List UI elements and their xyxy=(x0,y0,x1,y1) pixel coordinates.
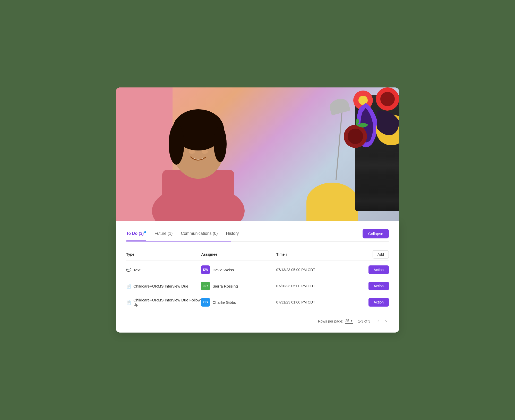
content-panel: To Do (3) Future (1) Communications (0) … xyxy=(116,221,399,333)
time-cell-2: 07/20/23 05:00 PM CDT xyxy=(276,284,351,288)
table-header: Type Assignee Time ↑ Add xyxy=(126,248,389,261)
svg-point-7 xyxy=(189,150,195,154)
table-row: 📄 ChildcareFORMS Interview Due Follow Up… xyxy=(126,294,389,310)
svg-point-6 xyxy=(214,126,227,162)
rows-dropdown-icon: ▼ xyxy=(350,319,353,322)
tab-communications[interactable]: Communications (0) xyxy=(181,229,218,238)
assignee-name-3: Charlie Gibbs xyxy=(212,300,236,305)
tab-future[interactable]: Future (1) xyxy=(154,229,173,238)
person-image xyxy=(136,87,265,221)
tab-todo[interactable]: To Do (3) xyxy=(126,229,146,238)
rows-per-page-label: Rows per page: xyxy=(318,319,343,323)
page-navigation: ‹ › xyxy=(375,317,389,325)
action-button-2[interactable]: Action xyxy=(368,282,389,290)
avatar-dw: DW xyxy=(201,265,210,274)
action-button-3[interactable]: Action xyxy=(368,298,389,307)
prev-page-button[interactable]: ‹ xyxy=(375,317,381,325)
table-row: 💬 Text DW David Weiss 07/13/23 05:00 PM … xyxy=(126,262,389,278)
avatar-sr: SR xyxy=(201,282,210,290)
rows-per-page: Rows per page: 25 ▼ xyxy=(318,319,353,324)
rows-per-page-select[interactable]: 25 ▼ xyxy=(345,319,353,324)
todo-badge xyxy=(144,231,146,233)
avatar-cg: CG xyxy=(201,298,210,307)
type-text-1: Text xyxy=(133,268,141,272)
tabs-list: To Do (3) Future (1) Communications (0) … xyxy=(126,229,239,238)
add-button[interactable]: Add xyxy=(373,250,389,258)
doc-icon-2: 📄 xyxy=(126,284,131,289)
doc-icon-3: 📄 xyxy=(126,300,131,305)
data-table: Type Assignee Time ↑ Add 💬 Text DW David… xyxy=(126,248,389,310)
pagination: Rows per page: 25 ▼ 1-3 of 3 ‹ › xyxy=(126,315,389,325)
yellow-bg xyxy=(306,183,358,221)
svg-point-14 xyxy=(380,92,395,106)
type-text-3: ChildcareFORMS Interview Due Follow Up xyxy=(133,298,201,307)
decorative-blobs xyxy=(332,87,399,165)
table-row: 📄 ChildcareFORMS Interview Due SR Sierra… xyxy=(126,278,389,294)
main-container: To Do (3) Future (1) Communications (0) … xyxy=(116,87,399,333)
hero-section xyxy=(116,87,399,221)
action-button-1[interactable]: Action xyxy=(368,265,389,274)
next-page-button[interactable]: › xyxy=(383,317,389,325)
svg-point-5 xyxy=(169,123,184,165)
header-type: Type xyxy=(126,250,201,258)
type-text-2: ChildcareFORMS Interview Due xyxy=(133,284,188,288)
assignee-cell-1: DW David Weiss xyxy=(201,265,276,274)
time-cell-3: 07/31/23 01:00 PM CDT xyxy=(276,300,351,304)
collapse-button[interactable]: Collapse xyxy=(363,229,389,238)
assignee-name-2: Sierra Rossing xyxy=(212,284,238,288)
type-cell-2: 📄 ChildcareFORMS Interview Due xyxy=(126,284,201,289)
assignee-name-1: David Weiss xyxy=(212,268,234,272)
tab-history[interactable]: History xyxy=(226,229,239,238)
page-info: 1-3 of 3 xyxy=(358,319,370,323)
tabs-container: To Do (3) Future (1) Communications (0) … xyxy=(126,229,389,238)
assignee-cell-3: CG Charlie Gibbs xyxy=(201,298,276,307)
rows-per-page-value: 25 xyxy=(345,319,349,323)
svg-point-8 xyxy=(202,150,208,154)
header-time: Time ↑ xyxy=(276,250,351,258)
tab-underline xyxy=(126,242,389,242)
assignee-cell-2: SR Sierra Rossing xyxy=(201,282,276,290)
time-cell-1: 07/13/23 05:00 PM CDT xyxy=(276,268,351,272)
svg-point-12 xyxy=(348,129,363,144)
type-cell-3: 📄 ChildcareFORMS Interview Due Follow Up xyxy=(126,298,201,307)
text-icon: 💬 xyxy=(126,267,131,272)
header-assignee: Assignee xyxy=(201,250,276,258)
type-cell-1: 💬 Text xyxy=(126,267,201,272)
